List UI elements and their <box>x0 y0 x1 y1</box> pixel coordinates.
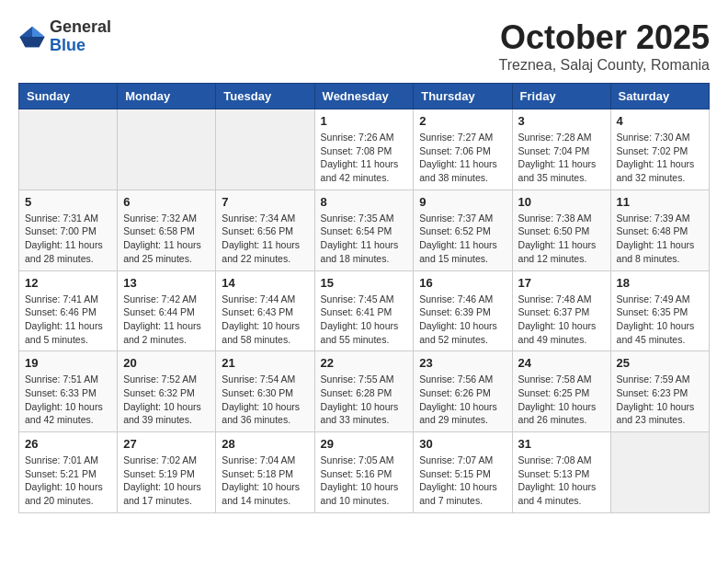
day-info: Sunrise: 7:39 AM Sunset: 6:48 PM Dayligh… <box>617 212 703 266</box>
week-row-2: 5Sunrise: 7:31 AM Sunset: 7:00 PM Daylig… <box>19 190 710 270</box>
day-info: Sunrise: 7:28 AM Sunset: 7:04 PM Dayligh… <box>518 131 605 185</box>
day-number: 10 <box>518 195 605 209</box>
day-info: Sunrise: 7:58 AM Sunset: 6:25 PM Dayligh… <box>518 373 605 427</box>
calendar-cell: 20Sunrise: 7:52 AM Sunset: 6:32 PM Dayli… <box>118 351 216 432</box>
calendar-cell: 10Sunrise: 7:38 AM Sunset: 6:50 PM Dayli… <box>512 190 610 270</box>
day-info: Sunrise: 7:32 AM Sunset: 6:58 PM Dayligh… <box>123 212 210 266</box>
day-number: 14 <box>222 276 308 290</box>
day-info: Sunrise: 7:26 AM Sunset: 7:08 PM Dayligh… <box>321 131 408 185</box>
calendar-table: Sunday Monday Tuesday Wednesday Thursday… <box>18 83 710 513</box>
calendar-cell: 9Sunrise: 7:37 AM Sunset: 6:52 PM Daylig… <box>414 190 512 270</box>
calendar-cell: 17Sunrise: 7:48 AM Sunset: 6:37 PM Dayli… <box>512 270 610 351</box>
day-number: 13 <box>123 276 210 290</box>
day-number: 4 <box>617 114 703 128</box>
logo-icon <box>18 23 46 51</box>
day-info: Sunrise: 7:37 AM Sunset: 6:52 PM Dayligh… <box>419 212 506 266</box>
calendar-cell: 24Sunrise: 7:58 AM Sunset: 6:25 PM Dayli… <box>512 351 610 432</box>
day-info: Sunrise: 7:31 AM Sunset: 7:00 PM Dayligh… <box>25 212 111 266</box>
day-info: Sunrise: 7:51 AM Sunset: 6:33 PM Dayligh… <box>25 373 111 427</box>
day-number: 17 <box>518 276 605 290</box>
calendar-cell: 5Sunrise: 7:31 AM Sunset: 7:00 PM Daylig… <box>19 190 118 270</box>
day-info: Sunrise: 7:07 AM Sunset: 5:15 PM Dayligh… <box>419 454 506 508</box>
calendar-header-row: Sunday Monday Tuesday Wednesday Thursday… <box>19 84 710 109</box>
day-number: 16 <box>419 276 506 290</box>
col-thursday: Thursday <box>414 84 512 109</box>
week-row-1: 1Sunrise: 7:26 AM Sunset: 7:08 PM Daylig… <box>19 109 710 190</box>
day-number: 19 <box>25 356 111 370</box>
day-number: 27 <box>123 437 210 451</box>
day-number: 3 <box>518 114 605 128</box>
day-info: Sunrise: 7:27 AM Sunset: 7:06 PM Dayligh… <box>419 131 506 185</box>
calendar-cell: 7Sunrise: 7:34 AM Sunset: 6:56 PM Daylig… <box>216 190 314 270</box>
day-number: 12 <box>25 276 111 290</box>
week-row-3: 12Sunrise: 7:41 AM Sunset: 6:46 PM Dayli… <box>19 270 710 351</box>
calendar-cell: 11Sunrise: 7:39 AM Sunset: 6:48 PM Dayli… <box>610 190 709 270</box>
day-info: Sunrise: 7:45 AM Sunset: 6:41 PM Dayligh… <box>321 293 408 347</box>
day-number: 25 <box>617 356 703 370</box>
day-number: 2 <box>419 114 506 128</box>
day-number: 30 <box>419 437 506 451</box>
day-number: 28 <box>222 437 308 451</box>
day-info: Sunrise: 7:30 AM Sunset: 7:02 PM Dayligh… <box>617 131 703 185</box>
header: General Blue October 2025 Treznea, Salaj… <box>18 18 710 74</box>
day-number: 21 <box>222 356 308 370</box>
day-number: 18 <box>617 276 703 290</box>
calendar-cell: 29Sunrise: 7:05 AM Sunset: 5:16 PM Dayli… <box>314 432 414 513</box>
calendar-cell <box>216 109 314 190</box>
svg-marker-2 <box>20 37 45 47</box>
day-info: Sunrise: 7:48 AM Sunset: 6:37 PM Dayligh… <box>518 293 605 347</box>
week-row-5: 26Sunrise: 7:01 AM Sunset: 5:21 PM Dayli… <box>19 432 710 513</box>
calendar-cell: 8Sunrise: 7:35 AM Sunset: 6:54 PM Daylig… <box>314 190 414 270</box>
day-number: 8 <box>321 195 408 209</box>
calendar-subtitle: Treznea, Salaj County, Romania <box>499 57 710 74</box>
calendar-cell: 19Sunrise: 7:51 AM Sunset: 6:33 PM Dayli… <box>19 351 118 432</box>
day-info: Sunrise: 7:04 AM Sunset: 5:18 PM Dayligh… <box>222 454 308 508</box>
week-row-4: 19Sunrise: 7:51 AM Sunset: 6:33 PM Dayli… <box>19 351 710 432</box>
day-info: Sunrise: 7:56 AM Sunset: 6:26 PM Dayligh… <box>419 373 506 427</box>
calendar-cell: 22Sunrise: 7:55 AM Sunset: 6:28 PM Dayli… <box>314 351 414 432</box>
col-friday: Friday <box>512 84 610 109</box>
calendar-cell: 14Sunrise: 7:44 AM Sunset: 6:43 PM Dayli… <box>216 270 314 351</box>
svg-marker-1 <box>32 27 45 37</box>
logo-text: General Blue <box>50 18 111 55</box>
day-info: Sunrise: 7:38 AM Sunset: 6:50 PM Dayligh… <box>518 212 605 266</box>
calendar-cell: 27Sunrise: 7:02 AM Sunset: 5:19 PM Dayli… <box>118 432 216 513</box>
day-number: 7 <box>222 195 308 209</box>
calendar-cell: 6Sunrise: 7:32 AM Sunset: 6:58 PM Daylig… <box>118 190 216 270</box>
day-info: Sunrise: 7:55 AM Sunset: 6:28 PM Dayligh… <box>321 373 408 427</box>
calendar-cell: 31Sunrise: 7:08 AM Sunset: 5:13 PM Dayli… <box>512 432 610 513</box>
calendar-cell <box>610 432 709 513</box>
day-number: 31 <box>518 437 605 451</box>
calendar-cell: 15Sunrise: 7:45 AM Sunset: 6:41 PM Dayli… <box>314 270 414 351</box>
col-wednesday: Wednesday <box>314 84 414 109</box>
day-info: Sunrise: 7:34 AM Sunset: 6:56 PM Dayligh… <box>222 212 308 266</box>
day-info: Sunrise: 7:01 AM Sunset: 5:21 PM Dayligh… <box>25 454 111 508</box>
day-info: Sunrise: 7:42 AM Sunset: 6:44 PM Dayligh… <box>123 293 210 347</box>
calendar-cell: 26Sunrise: 7:01 AM Sunset: 5:21 PM Dayli… <box>19 432 118 513</box>
logo-general: General <box>50 18 111 37</box>
calendar-cell: 4Sunrise: 7:30 AM Sunset: 7:02 PM Daylig… <box>610 109 709 190</box>
day-info: Sunrise: 7:02 AM Sunset: 5:19 PM Dayligh… <box>123 454 210 508</box>
col-tuesday: Tuesday <box>216 84 314 109</box>
title-block: October 2025 Treznea, Salaj County, Roma… <box>499 18 710 74</box>
day-number: 11 <box>617 195 703 209</box>
col-saturday: Saturday <box>610 84 709 109</box>
day-number: 1 <box>321 114 408 128</box>
calendar-cell <box>118 109 216 190</box>
calendar-cell: 23Sunrise: 7:56 AM Sunset: 6:26 PM Dayli… <box>414 351 512 432</box>
calendar-cell: 30Sunrise: 7:07 AM Sunset: 5:15 PM Dayli… <box>414 432 512 513</box>
day-info: Sunrise: 7:41 AM Sunset: 6:46 PM Dayligh… <box>25 293 111 347</box>
calendar-cell <box>19 109 118 190</box>
day-number: 29 <box>321 437 408 451</box>
day-info: Sunrise: 7:54 AM Sunset: 6:30 PM Dayligh… <box>222 373 308 427</box>
day-number: 6 <box>123 195 210 209</box>
calendar-cell: 28Sunrise: 7:04 AM Sunset: 5:18 PM Dayli… <box>216 432 314 513</box>
day-info: Sunrise: 7:52 AM Sunset: 6:32 PM Dayligh… <box>123 373 210 427</box>
calendar-cell: 21Sunrise: 7:54 AM Sunset: 6:30 PM Dayli… <box>216 351 314 432</box>
calendar-cell: 25Sunrise: 7:59 AM Sunset: 6:23 PM Dayli… <box>610 351 709 432</box>
day-number: 26 <box>25 437 111 451</box>
calendar-cell: 1Sunrise: 7:26 AM Sunset: 7:08 PM Daylig… <box>314 109 414 190</box>
calendar-title: October 2025 <box>499 18 710 57</box>
day-info: Sunrise: 7:35 AM Sunset: 6:54 PM Dayligh… <box>321 212 408 266</box>
day-info: Sunrise: 7:05 AM Sunset: 5:16 PM Dayligh… <box>321 454 408 508</box>
